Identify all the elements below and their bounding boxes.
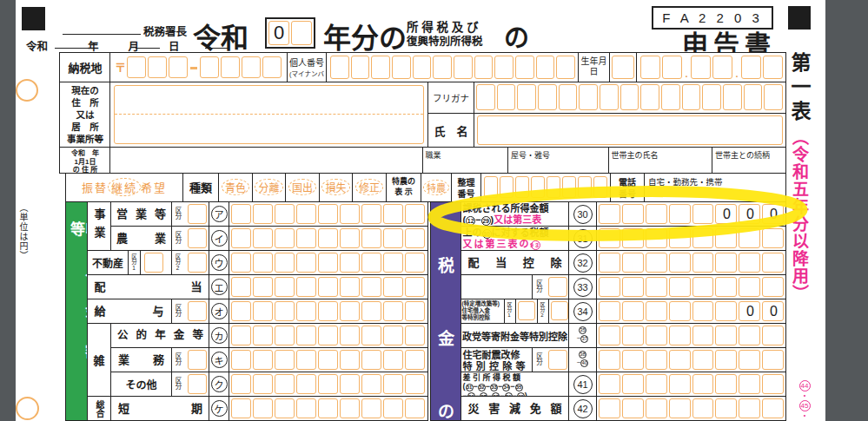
special-farm-label-line: 表 示 — [387, 187, 421, 198]
kubun-label: 区分 — [175, 352, 182, 365]
kubun-box — [144, 253, 163, 273]
digit-box — [692, 398, 714, 418]
punch-hole — [16, 397, 39, 420]
digit-box — [275, 326, 295, 345]
form-code-box: F A 2 2 0 3 — [652, 6, 773, 30]
digit-box — [296, 350, 316, 370]
tax-amount-boxes — [599, 350, 784, 370]
income-group-comprehensive-text: 総合 — [95, 400, 103, 418]
income-code-cell: ウ — [209, 250, 229, 275]
digit-box — [715, 326, 737, 345]
income-code-d: エ — [211, 279, 228, 295]
formula-text: − — [510, 382, 514, 391]
tax-section-bar: 税 金 の — [430, 201, 461, 421]
phone-label-line: 電話 — [611, 177, 645, 188]
kubun-box — [548, 277, 567, 297]
income-group-comprehensive: 総合 — [87, 396, 112, 421]
digit-box — [330, 56, 349, 79]
digit-box — [484, 176, 498, 198]
digit-box — [646, 326, 667, 345]
sheet-number-title: 第一表 — [789, 52, 809, 125]
digit-box — [646, 253, 667, 273]
digit-box — [413, 56, 432, 79]
digit-box — [578, 176, 592, 198]
ref-dot: ・ — [796, 391, 813, 400]
address-label-line: 住 所 — [60, 96, 110, 109]
occupation-cell: 職業 — [422, 147, 509, 174]
kubun-box — [188, 228, 207, 248]
kubun2-label: 区分2 — [175, 253, 181, 271]
unit-note: （単位は円） — [18, 203, 27, 260]
digit-box — [405, 277, 425, 297]
digit-box — [318, 204, 338, 224]
digit-box — [383, 253, 403, 273]
circled-30-inline: 30 — [482, 229, 492, 239]
digit-box — [723, 84, 742, 110]
digit-box — [669, 228, 691, 248]
digit-box — [296, 204, 316, 224]
digit-box — [231, 398, 251, 418]
digit-box — [392, 56, 411, 79]
address-label-cell: 現在の 住 所 又は 居 所 事業所等 — [59, 82, 111, 148]
digit-box — [646, 398, 667, 418]
kubun-box — [188, 253, 207, 273]
income-amount-boxes — [231, 301, 425, 321]
kubun-box — [188, 301, 207, 321]
viewer-right-margin — [825, 0, 868, 421]
formula-text: − — [475, 214, 480, 225]
digit-box — [600, 84, 619, 110]
circled-32: 32 — [573, 253, 593, 273]
pdf-page: 税務署長 令和年月日 令和 0 年分の 所 得 税 及 び 復興特別所得税 の … — [0, 0, 868, 421]
income-group-misc-text: 雑 — [93, 352, 104, 368]
circled-93: 93 — [531, 240, 540, 250]
income-code-c: ウ — [211, 254, 228, 271]
digit-box — [476, 84, 495, 110]
digit-box — [692, 350, 714, 370]
digit-box — [562, 176, 576, 198]
digit-box — [371, 56, 390, 79]
type-option-label: 分離 — [255, 179, 282, 195]
phone-label-line: 番号 — [611, 188, 645, 200]
income-code-cell: ケ — [209, 396, 229, 421]
transfer-label: 希望 — [141, 179, 167, 195]
digit-box — [622, 374, 644, 394]
income-code-g: キ — [211, 352, 228, 368]
digit-box — [762, 350, 784, 370]
digit-box — [669, 326, 691, 345]
digit-box — [296, 326, 316, 345]
kubun-label: 区分 — [175, 304, 182, 317]
reconstruction-tax-label: 復興特別所得税 — [407, 32, 483, 49]
kubun-box — [518, 301, 535, 320]
digit-box — [383, 204, 403, 224]
housing-loan-deduction-label-cell: (特定増改築等) 住宅借入金 等特別控除 — [461, 299, 506, 324]
tax-row-number-cell: 32 — [568, 250, 597, 275]
jan1-line: 令和 年 — [60, 149, 110, 158]
political-donation-deduction-label: 政党等寄附金等特別控除 — [461, 323, 570, 348]
tax-on-30-label: に対する税額 — [492, 227, 549, 238]
tax-row-label-cell: 課税される所得金額 (12−29)又は第三表 — [461, 201, 570, 227]
digit-box — [599, 301, 620, 321]
birth-era-box — [612, 56, 634, 79]
circled-34: 34 — [573, 302, 593, 321]
digit-box — [692, 204, 714, 224]
digit-box — [340, 228, 360, 248]
digit-box — [599, 398, 620, 418]
digit-box — [599, 277, 620, 297]
postal-boxes-2 — [200, 56, 282, 78]
income-row-label: 農業 — [110, 226, 172, 251]
circled-33-f: 33 — [490, 384, 498, 391]
digit-box — [405, 326, 425, 345]
date-year: 年 — [88, 41, 99, 53]
digit-box — [646, 204, 667, 224]
circled-45: 45 — [799, 400, 811, 411]
digit-box — [148, 56, 167, 78]
disaster-reduction-label: 災害減免額 — [461, 396, 570, 421]
digit-box — [692, 277, 714, 297]
date-separator: . — [734, 56, 739, 79]
digit-box — [517, 84, 536, 110]
kubun-label: 区分 — [535, 280, 542, 293]
digit-box — [231, 301, 251, 321]
registration-mark — [22, 7, 45, 30]
address-label-line: 居 所 — [60, 121, 110, 133]
digit-box — [296, 374, 316, 394]
